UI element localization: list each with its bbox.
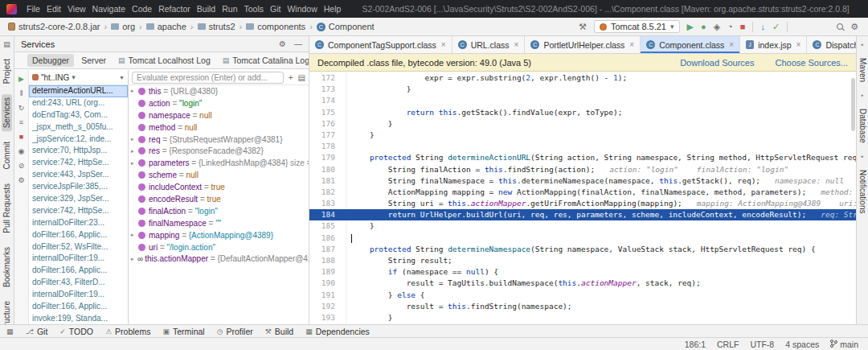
frame-row[interactable]: _jspx_meth_s_005fu... [29, 121, 128, 134]
variable-row[interactable]: method = null [129, 121, 309, 134]
tool-window-button-problems[interactable]: ⚠Problems [105, 327, 150, 336]
code-line[interactable]: 189 if (namespace == null) { [309, 266, 856, 278]
stripe-item-notifications[interactable]: Notifications [858, 170, 867, 213]
variable-row[interactable]: finalAction = "login" [129, 205, 309, 217]
variable-row[interactable]: ▸parameters = {LinkedHashMap@4384} size … [129, 157, 309, 169]
variable-row[interactable]: encodeResult = true [129, 193, 309, 205]
variable-row[interactable]: ▸∞this.actionMapper = {DefaultActionMapp… [129, 253, 309, 265]
frame-row[interactable]: doFilter:52, WsFilte... [29, 241, 128, 253]
settings-button[interactable]: ⚙ [850, 23, 858, 31]
line-number[interactable]: 181 [309, 175, 346, 187]
frame-row[interactable]: service:443, JspSer... [29, 169, 128, 181]
frame-row[interactable]: invoke:199, Standa... [29, 313, 128, 324]
frame-row[interactable]: service:742, HttpSe... [29, 157, 128, 169]
stripe-item-project[interactable]: Project [2, 56, 12, 87]
code-line[interactable]: 193 } [309, 312, 856, 323]
frame-row[interactable]: doFilter:166, Applic... [29, 301, 128, 313]
frame-row[interactable]: _jspService:12, inde... [29, 134, 128, 146]
breadcrumb-item[interactable]: org [111, 22, 135, 31]
tool-window-button-profiler[interactable]: ◷Profiler [217, 327, 253, 336]
line-number[interactable]: 189 [309, 266, 346, 278]
profiler-button[interactable]: ◔ [727, 23, 733, 31]
rerun-icon[interactable]: ↻ [18, 105, 25, 112]
update-project-button[interactable]: ↓ [760, 23, 765, 31]
code-editor[interactable]: 172 expr = expr.substring(2, expr.length… [309, 72, 856, 324]
tool-window-button-git[interactable]: ⎇Git [26, 327, 48, 336]
services-tab-server[interactable]: Server [76, 54, 111, 67]
editor-tab-url-class[interactable]: CURL.class× [452, 36, 526, 53]
stripe-item-structure[interactable]: Structure [2, 298, 12, 324]
evaluate-expression-input[interactable]: Evaluate expression (Enter) or add... [132, 72, 284, 84]
line-number[interactable]: 188 [309, 255, 346, 266]
frame-row[interactable]: doEndTag:43, Com... [29, 109, 128, 121]
hide-library-frames-icon[interactable]: ▼ [119, 75, 125, 80]
menu-navigate[interactable]: Navigate [89, 4, 129, 14]
download-sources-link[interactable]: Download Sources [680, 58, 754, 68]
tool-window-button-todo[interactable]: ✓TODO [59, 327, 93, 336]
status-186-1[interactable]: 186:1 [685, 340, 706, 349]
search-everywhere-button[interactable] [837, 23, 843, 30]
commit-button[interactable]: ✓ [772, 23, 780, 31]
code-line[interactable]: 179 protected String determineActionURL(… [309, 152, 856, 163]
line-number[interactable]: 173 [309, 84, 346, 95]
breadcrumb-item[interactable]: struts2-core-2.0.8.jar [8, 22, 100, 31]
run-configuration-selector[interactable]: Tomcat 8.5.21▾ [594, 20, 680, 33]
tool-window-button-build[interactable]: ⚒Build [265, 327, 293, 336]
menu-tools[interactable]: Tools [240, 4, 267, 14]
choose-sources-link[interactable]: Choose Sources... [776, 58, 849, 68]
close-icon[interactable]: × [796, 40, 801, 49]
frame-row[interactable]: service:329, JspSer... [29, 193, 128, 205]
frame-row[interactable]: internalDoFilter:19... [29, 289, 128, 301]
variable-row[interactable]: ▸res = {ResponseFacade@4382} [129, 145, 309, 157]
code-line[interactable]: 182 ActionMapping mapping = new ActionMa… [309, 187, 856, 198]
variable-row[interactable]: action = "login" [129, 97, 309, 109]
line-number[interactable]: 190 [309, 278, 346, 289]
code-line[interactable]: 191 } else { [309, 290, 856, 301]
menu-help[interactable]: Help [321, 4, 345, 14]
stripe-item-pull-requests[interactable]: Pull Requests [2, 180, 12, 237]
code-line[interactable]: 178 [309, 141, 856, 152]
editor-tab-component-class[interactable]: CComponent.class× [641, 36, 740, 53]
frame-row[interactable]: doFilter:166, Applic... [29, 265, 128, 277]
line-number[interactable]: 183 [309, 198, 346, 209]
variable-row[interactable]: namespace = null [129, 109, 309, 121]
variable-row[interactable]: scheme = null [129, 169, 309, 181]
tool-window-button-terminal[interactable]: ▣Terminal [162, 327, 204, 336]
line-number[interactable]: 193 [309, 312, 346, 323]
line-number[interactable]: 178 [309, 141, 346, 152]
editor-scrollbar[interactable] [851, 78, 855, 131]
stop-icon[interactable]: ■ [19, 134, 23, 141]
code-line[interactable]: 188 String result; [309, 255, 856, 266]
variable-row[interactable]: finalNamespace = "" [129, 217, 309, 229]
frame-row[interactable]: internalDoFilter:23... [29, 217, 128, 229]
editor-tab-dispatcher-class[interactable]: CDispatcher.class× [807, 36, 856, 53]
breadcrumb-item[interactable]: components [246, 22, 305, 31]
code-line[interactable]: 174 [309, 95, 856, 106]
add-watch-icon[interactable]: + [289, 73, 293, 82]
line-number[interactable]: 174 [309, 95, 346, 106]
breadcrumb-item[interactable]: apache [146, 22, 186, 31]
services-tab-tomcat-catalina-log[interactable]: ▤Tomcat Catalina Log [218, 54, 309, 67]
code-line[interactable]: 176 } [309, 118, 856, 130]
line-number[interactable]: 186 [309, 233, 346, 244]
status-utf-8[interactable]: UTF-8 [750, 340, 774, 349]
thread-selector[interactable]: "ht..ING ▾ ▼ [29, 70, 128, 85]
frames-icon[interactable]: ≡ [19, 119, 23, 126]
menu-git[interactable]: Git [267, 4, 284, 14]
close-icon[interactable]: × [729, 40, 734, 49]
close-icon[interactable]: × [441, 40, 446, 49]
line-number[interactable]: 177 [309, 130, 346, 141]
stripe-item-services[interactable]: Services [2, 94, 12, 131]
watches-view-icon[interactable]: ▤ [298, 73, 305, 82]
frame-row[interactable]: doFilter:166, Applic... [29, 229, 128, 241]
frame-row[interactable]: determineActionURL... [29, 85, 128, 97]
debugger-settings-icon[interactable]: ⚙ [18, 177, 24, 184]
resume-icon[interactable]: ▶ [18, 76, 24, 83]
variable-row[interactable]: uri = "/login.action" [129, 241, 309, 253]
pause-icon[interactable]: ‖ [20, 90, 23, 97]
line-number[interactable]: 191 [309, 290, 346, 301]
editor-tab-portleturlhelper-class[interactable]: CPortletUrlHelper.class× [525, 36, 641, 53]
variable-row[interactable]: includeContext = true [129, 181, 309, 193]
menu-run[interactable]: Run [219, 4, 240, 14]
status-crlf[interactable]: CRLF [717, 340, 739, 349]
